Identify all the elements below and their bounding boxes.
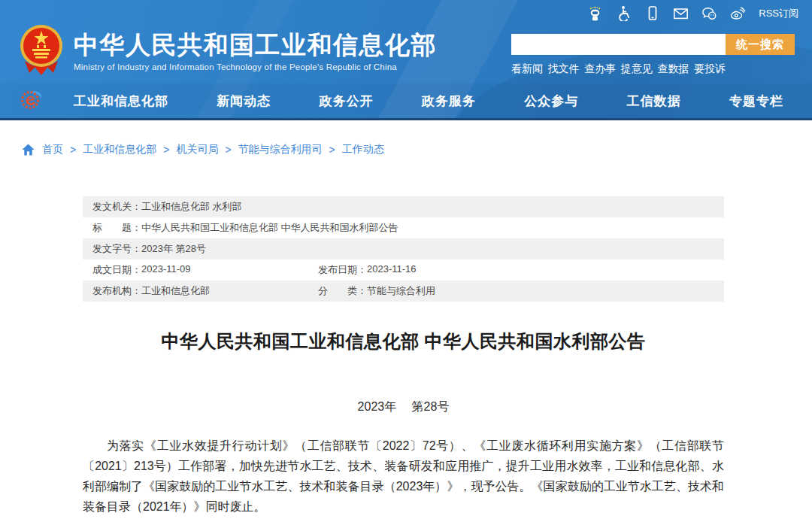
- announcement-number: 2023年 第28号: [83, 399, 724, 415]
- announcement-body: 为落实《工业水效提升行动计划》（工信部联节〔2022〕72号）、《工业废水循环利…: [83, 435, 724, 517]
- robot-assistant-icon[interactable]: [587, 5, 603, 21]
- quick-link-news[interactable]: 看新闻: [511, 62, 543, 76]
- meta-label: 发布日期：: [318, 263, 367, 277]
- nav-item-news[interactable]: 新闻动态: [217, 93, 271, 110]
- meta-row-title: 标 题： 中华人民共和国工业和信息化部 中华人民共和国水利部公告: [83, 217, 724, 238]
- breadcrumb-separator: >: [70, 144, 76, 156]
- breadcrumb-separator: >: [329, 144, 335, 156]
- quick-link-suggestions[interactable]: 提意见: [621, 62, 653, 76]
- nav-item-gov-disclosure[interactable]: 政务公开: [320, 93, 374, 110]
- site-subtitle: Ministry of Industry and Information Tec…: [74, 62, 437, 71]
- main-nav: 工业和信息化部 新闻动态 政务公开 政务服务 公众参与 工信数据 专题专栏: [0, 83, 812, 118]
- meta-value: 2023-11-09: [141, 263, 191, 277]
- meta-row-doc-number: 发文字号： 2023年 第28号: [83, 238, 724, 259]
- meta-label: 发布机构：: [92, 284, 141, 298]
- weibo-icon[interactable]: [730, 5, 746, 21]
- quick-link-services[interactable]: 查办事: [584, 62, 616, 76]
- nav-item-miit-data[interactable]: 工信数据: [627, 93, 681, 110]
- meta-row-dates: 成文日期： 2023-11-09 发布日期： 2023-11-16: [83, 259, 724, 281]
- mobile-icon[interactable]: [644, 5, 660, 21]
- rss-subscribe-link[interactable]: RSS订阅: [759, 7, 798, 20]
- meta-value: 工业和信息化部 水利部: [141, 200, 242, 214]
- quick-links: 看新闻 找文件 查办事 提意见 查数据 要投诉: [511, 62, 726, 76]
- breadcrumb-separator: >: [225, 144, 231, 156]
- document-content: 发文机关： 工业和信息化部 水利部 标 题： 中华人民共和国工业和信息化部 中华…: [83, 196, 724, 517]
- breadcrumb-separator: >: [163, 144, 169, 156]
- meta-value: 2023-11-16: [367, 263, 417, 277]
- nav-item-public-participation[interactable]: 公众参与: [524, 93, 578, 110]
- nav-item-gov-services[interactable]: 政务服务: [422, 93, 476, 110]
- meta-value: 中华人民共和国工业和信息化部 中华人民共和国水利部公告: [141, 221, 398, 235]
- meta-label: 成文日期：: [92, 263, 141, 277]
- breadcrumb: 首页 > 工业和信息化部 > 机关司局 > 节能与综合利用司 > 工作动态: [0, 120, 812, 158]
- wechat-icon[interactable]: [701, 5, 717, 21]
- quick-link-documents[interactable]: 找文件: [548, 62, 580, 76]
- site-header-banner: RSS订阅 中华人民共和国工业和信息化部 Ministry of Industr…: [0, 0, 812, 120]
- announcement-title: 中华人民共和国工业和信息化部 中华人民共和国水利部公告: [83, 329, 724, 354]
- meta-label: 标 题：: [92, 221, 141, 235]
- meta-label: 分 类：: [318, 284, 367, 298]
- accessibility-icon[interactable]: [616, 5, 632, 21]
- breadcrumb-home[interactable]: 首页: [42, 143, 63, 156]
- breadcrumb-work-updates[interactable]: 工作动态: [342, 143, 384, 156]
- search-input[interactable]: [511, 34, 726, 55]
- breadcrumb-miit[interactable]: 工业和信息化部: [83, 143, 156, 156]
- nav-list: 工业和信息化部 新闻动态 政务公开 政务服务 公众参与 工信数据 专题专栏: [74, 93, 783, 110]
- meta-value: 节能与综合利用: [367, 284, 435, 298]
- meta-value: 2023年 第28号: [141, 242, 206, 256]
- national-emblem-icon: [19, 23, 64, 79]
- unified-search-button[interactable]: 统一搜索: [726, 34, 795, 55]
- site-title-block: 中华人民共和国工业和信息化部 Ministry of Industry and …: [74, 31, 437, 72]
- meta-label: 发文机关：: [92, 200, 141, 214]
- quick-link-data[interactable]: 查数据: [657, 62, 689, 76]
- meta-row-publisher-category: 发布机构： 工业和信息化部 分 类： 节能与综合利用: [83, 281, 724, 302]
- miit-e-logo-icon: [20, 87, 44, 114]
- search-area: 统一搜索 看新闻 找文件 查办事 提意见 查数据 要投诉: [511, 34, 795, 76]
- utility-bar: RSS订阅: [587, 5, 798, 21]
- nav-item-miit[interactable]: 工业和信息化部: [74, 93, 168, 110]
- nav-item-special-topics[interactable]: 专题专栏: [729, 93, 783, 110]
- meta-value: 工业和信息化部: [141, 284, 210, 298]
- meta-row-issuing-authority: 发文机关： 工业和信息化部 水利部: [83, 196, 724, 217]
- home-icon[interactable]: [21, 143, 35, 156]
- mail-icon[interactable]: [673, 5, 689, 21]
- site-title: 中华人民共和国工业和信息化部: [74, 31, 437, 59]
- breadcrumb-departments[interactable]: 机关司局: [176, 143, 218, 156]
- quick-link-complaints[interactable]: 要投诉: [694, 62, 726, 76]
- site-brand: 中华人民共和国工业和信息化部 Ministry of Industry and …: [19, 23, 437, 79]
- breadcrumb-energy-dept[interactable]: 节能与综合利用司: [238, 143, 323, 156]
- document-meta-table: 发文机关： 工业和信息化部 水利部 标 题： 中华人民共和国工业和信息化部 中华…: [83, 196, 724, 302]
- meta-label: 发文字号：: [92, 242, 141, 256]
